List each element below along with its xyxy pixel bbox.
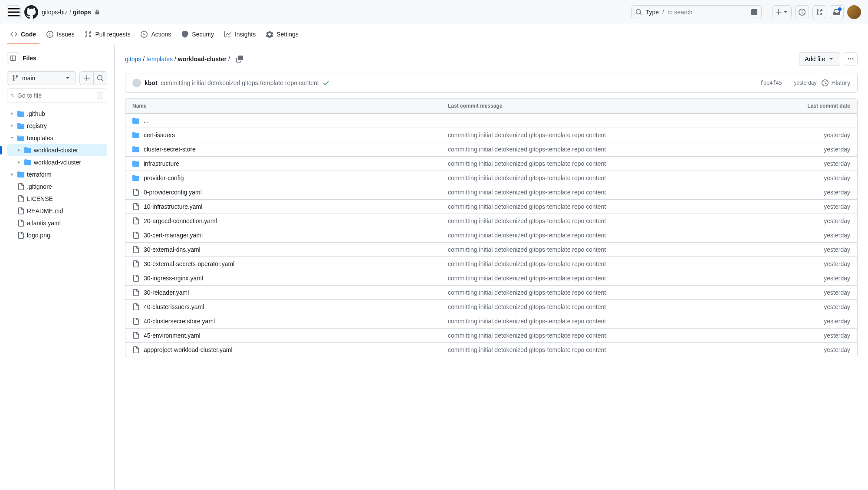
commit-message-link[interactable]: committing initial detokenized gitops-te…: [448, 289, 606, 296]
copy-path-button[interactable]: [233, 53, 246, 65]
tree-folder-templates[interactable]: templates: [7, 132, 107, 144]
parent-link[interactable]: . .: [144, 117, 149, 124]
tab-actions[interactable]: Actions: [137, 25, 174, 44]
file-commit-message: committing initial detokenized gitops-te…: [448, 217, 763, 224]
tab-issues[interactable]: Issues: [43, 25, 78, 44]
user-avatar[interactable]: [847, 5, 861, 19]
commit-message-link[interactable]: committing initial detokenized gitops-te…: [448, 203, 606, 210]
folder-open-icon: [17, 135, 24, 141]
branch-selector[interactable]: main: [7, 71, 76, 85]
search-input[interactable]: [667, 9, 743, 16]
notifications-button[interactable]: [830, 5, 844, 19]
pull-requests-button[interactable]: [812, 5, 826, 19]
file-link[interactable]: infrastructure: [144, 160, 179, 167]
commit-message-link[interactable]: committing initial detokenized gitops-te…: [448, 332, 606, 339]
file-link[interactable]: cluster-secret-store: [144, 146, 196, 153]
tree-file-logo[interactable]: logo.png: [7, 229, 107, 241]
commit-message-link[interactable]: committing initial detokenized gitops-te…: [448, 260, 606, 267]
history-link[interactable]: History: [822, 79, 850, 86]
commit-message-link[interactable]: committing initial detokenized gitops-te…: [448, 246, 606, 253]
create-new-button[interactable]: [773, 5, 792, 19]
tree-label: atlantis.yaml: [27, 220, 61, 227]
file-commit-date: yesterday: [763, 246, 850, 253]
file-link[interactable]: 30-cert-manager.yaml: [144, 232, 203, 239]
search-tree-button[interactable]: [93, 71, 107, 85]
check-icon[interactable]: [322, 79, 329, 86]
add-file-button[interactable]: Add file: [799, 52, 840, 66]
search-icon: [11, 92, 14, 99]
global-search[interactable]: Type /: [631, 5, 762, 19]
parent-directory-row[interactable]: . .: [125, 114, 857, 128]
file-link[interactable]: 30-reloader.yaml: [144, 289, 189, 296]
commit-message-link[interactable]: committing initial detokenized gitops-te…: [448, 318, 606, 325]
tree-file-readme[interactable]: README.md: [7, 205, 107, 217]
folder-icon: [132, 117, 139, 124]
commit-message-link[interactable]: committing initial detokenized gitops-te…: [448, 303, 606, 310]
file-commit-date: yesterday: [763, 132, 850, 138]
file-link[interactable]: 30-external-secrets-operator.yaml: [144, 260, 234, 267]
tab-code-label: Code: [21, 31, 36, 38]
tree-folder-registry[interactable]: registry: [7, 120, 107, 132]
file-link[interactable]: 20-argocd-connection.yaml: [144, 217, 217, 224]
file-icon: [132, 318, 139, 325]
file-link[interactable]: provider-config: [144, 174, 184, 181]
commit-message-link[interactable]: committing initial detokenized gitops-te…: [448, 132, 606, 138]
breadcrumb-root[interactable]: gitops: [125, 56, 141, 62]
commit-message-link[interactable]: committing initial detokenized gitops-te…: [448, 146, 606, 153]
commit-author-avatar[interactable]: [132, 79, 141, 87]
tree-file-license[interactable]: LICENSE: [7, 193, 107, 205]
file-link[interactable]: cert-issuers: [144, 132, 175, 138]
file-link[interactable]: appproject-workload-cluster.yaml: [144, 346, 233, 353]
file-link[interactable]: 0-providerconfig.yaml: [144, 189, 202, 196]
file-link[interactable]: 45-environment.yaml: [144, 332, 201, 339]
tree-file-atlantis[interactable]: atlantis.yaml: [7, 217, 107, 229]
more-options-button[interactable]: [844, 52, 858, 66]
org-link[interactable]: gitops-biz: [42, 9, 68, 16]
search-slash-hint: /: [662, 9, 664, 16]
add-file-button[interactable]: [79, 71, 93, 85]
sidebar-collapse-button[interactable]: [7, 52, 19, 64]
file-finder-input[interactable]: [17, 92, 93, 99]
commit-message-link[interactable]: committing initial detokenized gitops-te…: [448, 346, 606, 353]
repo-link[interactable]: gitops: [73, 9, 91, 16]
table-row: 20-argocd-connection.yaml committing ini…: [125, 214, 857, 228]
tab-settings[interactable]: Settings: [263, 25, 302, 44]
tree-file-gitignore[interactable]: .gitignore: [7, 181, 107, 193]
tab-code[interactable]: Code: [7, 25, 39, 44]
table-row: provider-config committing initial detok…: [125, 171, 857, 185]
hamburger-button[interactable]: [7, 5, 21, 19]
file-link[interactable]: 40-clustersecretstore.yaml: [144, 318, 215, 325]
breadcrumb-templates[interactable]: templates: [146, 56, 173, 62]
file-finder[interactable]: t: [7, 89, 107, 102]
commit-message[interactable]: committing initial detokenized gitops-te…: [161, 79, 319, 86]
commit-message-link[interactable]: committing initial detokenized gitops-te…: [448, 174, 606, 181]
commit-author[interactable]: kbot: [145, 79, 158, 86]
file-icon: [132, 332, 139, 339]
tab-security[interactable]: Security: [178, 25, 217, 44]
tab-insights[interactable]: Insights: [221, 25, 259, 44]
commit-message-link[interactable]: committing initial detokenized gitops-te…: [448, 189, 606, 196]
tree-folder-workload-cluster[interactable]: workload-cluster: [7, 144, 107, 156]
file-link[interactable]: 10-infrastructure.yaml: [144, 203, 202, 210]
tree-folder-terraform[interactable]: terraform: [7, 168, 107, 181]
tree-folder-workload-vcluster[interactable]: workload-vcluster: [7, 156, 107, 168]
commit-message-link[interactable]: committing initial detokenized gitops-te…: [448, 217, 606, 224]
caret-down-icon: [782, 9, 789, 16]
tree-folder-github[interactable]: .github: [7, 108, 107, 120]
repo-nav: Code Issues Pull requests Actions Securi…: [0, 24, 868, 45]
pull-request-icon: [816, 9, 823, 16]
file-icon: [132, 246, 139, 253]
tree-label: workload-cluster: [34, 147, 78, 154]
github-logo-icon[interactable]: [24, 5, 38, 19]
tab-pull-requests[interactable]: Pull requests: [81, 25, 134, 44]
commit-message-link[interactable]: committing initial detokenized gitops-te…: [448, 275, 606, 282]
file-icon: [132, 346, 139, 353]
file-link[interactable]: 40-clusterissuers.yaml: [144, 303, 204, 310]
file-link[interactable]: 30-external-dns.yaml: [144, 246, 201, 253]
file-link[interactable]: 30-ingress-nginx.yaml: [144, 275, 203, 282]
table-row: cert-issuers committing initial detokeni…: [125, 128, 857, 142]
commit-sha[interactable]: fbe4f45: [760, 80, 782, 86]
commit-message-link[interactable]: committing initial detokenized gitops-te…: [448, 160, 606, 167]
commit-message-link[interactable]: committing initial detokenized gitops-te…: [448, 232, 606, 239]
issues-button[interactable]: [795, 5, 809, 19]
